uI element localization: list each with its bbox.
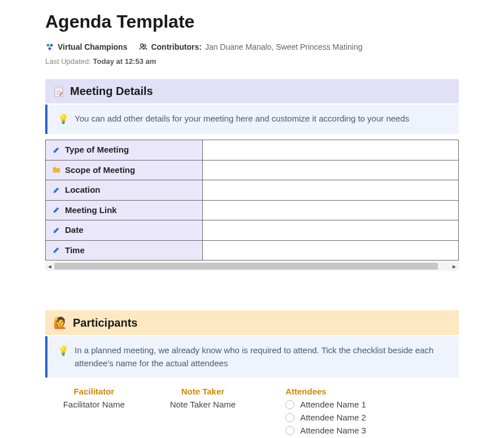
- contributors-icon: [138, 42, 147, 51]
- attendee-row: Attendee Name 3: [285, 426, 459, 435]
- svg-rect-6: [55, 86, 63, 89]
- scroll-right-arrow[interactable]: ►: [450, 262, 459, 271]
- facilitator-column: Facilitator Facilitator Name: [45, 387, 143, 438]
- attendee-checkbox[interactable]: [285, 426, 294, 435]
- detail-label: Time: [65, 245, 85, 255]
- table-row: Date: [46, 220, 459, 241]
- bulb-icon: 💡: [58, 112, 69, 126]
- meeting-details-tip-text: You can add other details for your meeti…: [75, 112, 409, 126]
- contributors-label: Contributors:: [151, 42, 201, 51]
- facilitator-name[interactable]: Facilitator Name: [45, 400, 143, 409]
- detail-label-cell[interactable]: Location: [46, 180, 203, 201]
- folder-icon: [53, 166, 62, 175]
- detail-label-cell[interactable]: Time: [46, 240, 203, 261]
- svg-point-3: [141, 44, 144, 47]
- raise-hand-icon: 🙋: [53, 316, 67, 329]
- attendees-header: Attendees: [285, 387, 459, 396]
- table-row: Scope of Meeting: [46, 160, 459, 180]
- detail-label: Scope of Meeting: [65, 165, 135, 175]
- detail-value-cell[interactable]: [202, 140, 458, 161]
- detail-label-cell[interactable]: Meeting Link: [46, 200, 203, 220]
- attendee-checkbox[interactable]: [285, 413, 294, 422]
- participants-heading: Participants: [73, 316, 137, 329]
- pencil-icon: [53, 146, 62, 155]
- pencil-icon: [53, 186, 62, 196]
- detail-value-cell[interactable]: [202, 220, 458, 241]
- detail-label-cell[interactable]: Date: [46, 220, 203, 241]
- meta-row: Virtual Champions Contributors: Jan Duan…: [45, 42, 459, 51]
- notepad-icon: [53, 85, 64, 98]
- workspace-name: Virtual Champions: [58, 42, 127, 51]
- meeting-details-header: Meeting Details: [45, 79, 459, 103]
- last-updated-time: Today at 12:53 am: [93, 57, 157, 66]
- detail-label: Date: [65, 225, 84, 235]
- pencil-icon: [53, 206, 62, 215]
- facilitator-header: Facilitator: [45, 387, 143, 396]
- pencil-icon: [53, 226, 62, 236]
- attendee-row: Attendee Name 1: [285, 400, 459, 409]
- pencil-icon: [53, 246, 62, 255]
- last-updated-prefix: Last Updated:: [45, 57, 93, 66]
- notetaker-header: Note Taker: [154, 387, 252, 396]
- detail-value-cell[interactable]: [202, 240, 458, 261]
- table-row: Type of Meeting: [46, 140, 459, 161]
- attendee-name[interactable]: Attendee Name 1: [300, 400, 366, 409]
- svg-point-0: [47, 44, 50, 47]
- attendees-column: Attendees Attendee Name 1Attendee Name 2…: [263, 387, 459, 438]
- participants-header: 🙋 Participants: [45, 310, 459, 335]
- attendee-row: Attendee Name 2: [285, 413, 459, 422]
- horizontal-scrollbar[interactable]: ◄ ►: [45, 262, 459, 271]
- meeting-details-table: Type of MeetingScope of MeetingLocationM…: [45, 140, 459, 261]
- workspace-icon: [45, 42, 54, 51]
- scroll-thumb[interactable]: [54, 263, 438, 270]
- contributors[interactable]: Contributors: Jan Duane Manalo, Sweet Pr…: [138, 42, 362, 51]
- detail-label: Meeting Link: [65, 205, 117, 215]
- svg-point-1: [50, 44, 53, 47]
- notetaker-name[interactable]: Note Taker Name: [154, 400, 252, 409]
- detail-value-cell[interactable]: [202, 160, 458, 180]
- table-row: Location: [46, 180, 459, 201]
- participants-tip-text: In a planned meeting, we already know wh…: [75, 344, 449, 370]
- svg-point-4: [144, 45, 146, 47]
- table-row: Time: [46, 240, 459, 261]
- detail-value-cell[interactable]: [202, 180, 458, 201]
- detail-value-cell[interactable]: [202, 200, 458, 220]
- workspace[interactable]: Virtual Champions: [45, 42, 127, 51]
- table-row: Meeting Link: [46, 200, 459, 220]
- bulb-icon: 💡: [58, 344, 69, 370]
- attendee-name[interactable]: Attendee Name 2: [300, 413, 366, 422]
- detail-label-cell[interactable]: Type of Meeting: [46, 140, 203, 161]
- scroll-track[interactable]: [54, 262, 450, 271]
- detail-label: Location: [65, 185, 101, 194]
- attendee-checkbox[interactable]: [285, 400, 294, 409]
- attendee-name[interactable]: Attendee Name 3: [300, 426, 366, 435]
- last-updated: Last Updated: Today at 12:53 am: [45, 57, 459, 66]
- detail-label: Type of Meeting: [65, 145, 129, 154]
- meeting-details-heading: Meeting Details: [70, 85, 153, 98]
- svg-point-2: [49, 47, 51, 50]
- detail-label-cell[interactable]: Scope of Meeting: [46, 160, 203, 180]
- notetaker-column: Note Taker Note Taker Name: [154, 387, 252, 438]
- contributors-names: Jan Duane Manalo, Sweet Princess Matinin…: [205, 42, 363, 51]
- participants-columns: Facilitator Facilitator Name Note Taker …: [45, 387, 459, 438]
- scroll-left-arrow[interactable]: ◄: [45, 262, 54, 271]
- meeting-details-tip: 💡 You can add other details for your mee…: [45, 105, 459, 134]
- page-title: Agenda Template: [45, 11, 459, 32]
- participants-tip: 💡 In a planned meeting, we already know …: [45, 336, 459, 378]
